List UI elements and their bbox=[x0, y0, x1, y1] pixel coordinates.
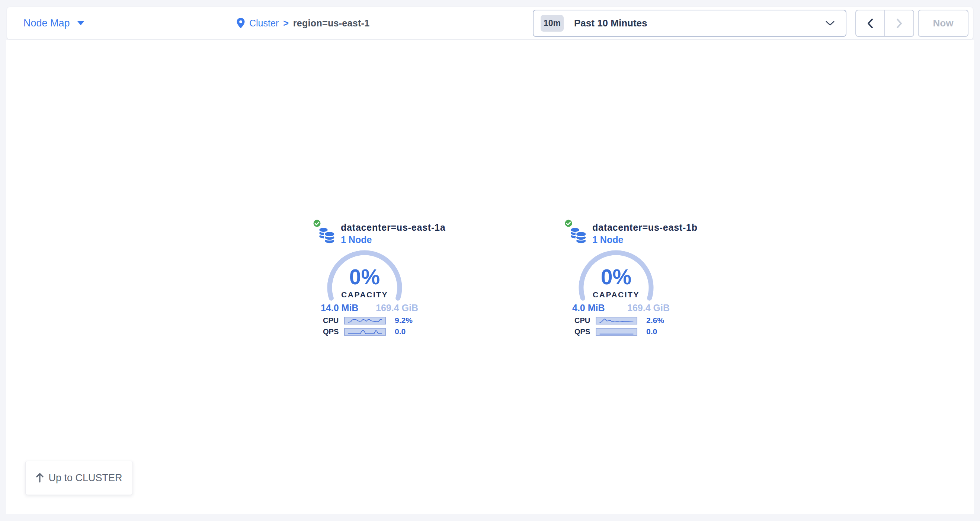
arrow-up-icon bbox=[36, 473, 44, 483]
qps-label: QPS bbox=[323, 328, 344, 336]
cpu-sparkline bbox=[344, 317, 386, 325]
capacity-caption: CAPACITY bbox=[327, 290, 402, 299]
location-pin-icon bbox=[237, 18, 245, 28]
toolbar-divider bbox=[515, 10, 515, 36]
time-window-dropdown[interactable]: 10m Past 10 Minutes bbox=[533, 10, 846, 37]
cpu-value: 9.2% bbox=[395, 316, 413, 325]
locality-name: datacenter=us-east-1b bbox=[592, 222, 698, 233]
locality-node-count: 1 Node bbox=[592, 234, 623, 245]
locality-node-count: 1 Node bbox=[341, 234, 372, 245]
capacity-percent: 0% bbox=[578, 264, 654, 289]
capacity-used: 4.0 MiB bbox=[572, 303, 605, 313]
cpu-sparkline bbox=[596, 317, 637, 325]
locality-name: datacenter=us-east-1a bbox=[341, 222, 446, 233]
capacity-percent: 0% bbox=[327, 264, 402, 289]
database-stack-icon bbox=[570, 226, 587, 244]
breadcrumb: Cluster > region=us-east-1 bbox=[237, 7, 369, 39]
chevron-left-icon bbox=[866, 18, 874, 29]
breadcrumb-current: region=us-east-1 bbox=[293, 18, 370, 29]
qps-sparkline bbox=[596, 328, 637, 336]
cpu-value: 2.6% bbox=[646, 316, 664, 325]
capacity-row: 14.0 MiB 169.4 GiB bbox=[321, 303, 418, 313]
database-stack-icon bbox=[318, 226, 336, 244]
capacity-total: 169.4 GiB bbox=[627, 303, 670, 313]
capacity-total: 169.4 GiB bbox=[376, 303, 418, 313]
qps-value: 0.0 bbox=[395, 327, 406, 336]
chevron-right-icon bbox=[895, 18, 904, 29]
caret-down-icon bbox=[77, 21, 84, 25]
breadcrumb-separator: > bbox=[283, 18, 289, 29]
up-to-cluster-label: Up to CLUSTER bbox=[48, 472, 122, 484]
top-toolbar: Node Map Cluster > region=us-east-1 10m … bbox=[7, 7, 973, 40]
breadcrumb-cluster-link[interactable]: Cluster bbox=[249, 18, 279, 29]
chevron-down-icon bbox=[826, 21, 835, 26]
time-next-button[interactable] bbox=[885, 10, 913, 36]
capacity-row: 4.0 MiB 169.4 GiB bbox=[572, 303, 670, 313]
time-window-badge: 10m bbox=[541, 15, 564, 32]
qps-value: 0.0 bbox=[646, 327, 657, 336]
now-button[interactable]: Now bbox=[918, 10, 969, 37]
locality-widget-us-east-1a[interactable]: datacenter=us-east-1a 1 Node 0% CAPACITY… bbox=[312, 218, 442, 343]
up-to-cluster-button[interactable]: Up to CLUSTER bbox=[25, 461, 133, 495]
capacity-caption: CAPACITY bbox=[578, 290, 654, 299]
locality-widget-us-east-1b[interactable]: datacenter=us-east-1b 1 Node 0% CAPACITY… bbox=[563, 218, 694, 343]
qps-metric-row: QPS 0.0 bbox=[574, 327, 657, 336]
time-pager bbox=[855, 10, 914, 37]
time-prev-button[interactable] bbox=[856, 10, 885, 36]
view-selector-label: Node Map bbox=[24, 18, 70, 29]
cpu-label: CPU bbox=[574, 316, 596, 325]
qps-label: QPS bbox=[574, 328, 596, 336]
qps-metric-row: QPS 0.0 bbox=[323, 327, 406, 336]
cpu-metric-row: CPU 2.6% bbox=[574, 316, 664, 325]
capacity-used: 14.0 MiB bbox=[321, 303, 358, 313]
time-window-label: Past 10 Minutes bbox=[574, 18, 648, 29]
node-map-canvas: datacenter=us-east-1a 1 Node 0% CAPACITY… bbox=[6, 40, 974, 514]
qps-sparkline bbox=[344, 328, 386, 336]
cpu-metric-row: CPU 9.2% bbox=[323, 316, 413, 325]
cpu-label: CPU bbox=[323, 316, 344, 325]
view-selector-dropdown[interactable]: Node Map bbox=[24, 7, 84, 39]
